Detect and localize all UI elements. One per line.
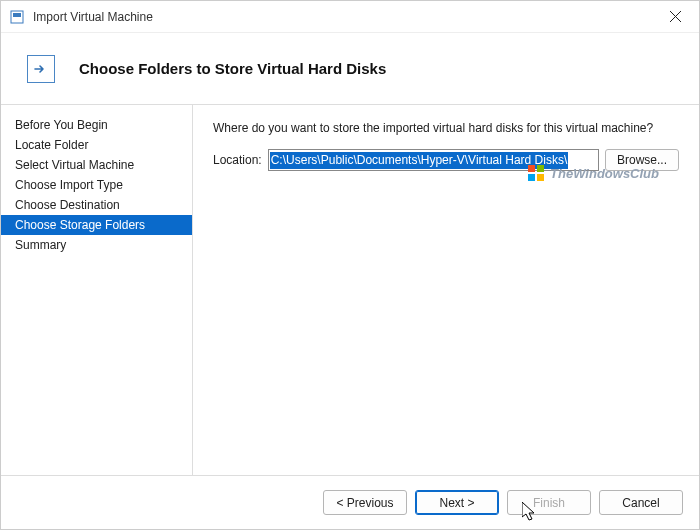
window-title: Import Virtual Machine: [33, 10, 655, 24]
location-label: Location:: [213, 153, 262, 167]
location-value: C:\Users\Public\Documents\Hyper-V\Virtua…: [270, 152, 569, 169]
import-icon: [27, 55, 55, 83]
step-choose-destination[interactable]: Choose Destination: [1, 195, 192, 215]
finish-button: Finish: [507, 490, 591, 515]
previous-button[interactable]: < Previous: [323, 490, 407, 515]
watermark: TheWindowsClub: [528, 165, 659, 181]
step-choose-storage-folders[interactable]: Choose Storage Folders: [1, 215, 192, 235]
wizard-sidebar: Before You Begin Locate Folder Select Vi…: [1, 105, 193, 475]
step-locate-folder[interactable]: Locate Folder: [1, 135, 192, 155]
wizard-main: Where do you want to store the imported …: [193, 105, 699, 475]
step-choose-import-type[interactable]: Choose Import Type: [1, 175, 192, 195]
wizard-header: Choose Folders to Store Virtual Hard Dis…: [1, 33, 699, 105]
cancel-button[interactable]: Cancel: [599, 490, 683, 515]
page-title: Choose Folders to Store Virtual Hard Dis…: [79, 60, 386, 77]
close-button[interactable]: [655, 3, 695, 31]
step-select-virtual-machine[interactable]: Select Virtual Machine: [1, 155, 192, 175]
prompt-text: Where do you want to store the imported …: [213, 121, 679, 135]
app-icon: [9, 9, 25, 25]
svg-rect-6: [528, 174, 535, 181]
wizard-footer: < Previous Next > Finish Cancel: [1, 475, 699, 529]
svg-rect-1: [13, 13, 21, 17]
watermark-text: TheWindowsClub: [550, 166, 659, 181]
step-before-you-begin[interactable]: Before You Begin: [1, 115, 192, 135]
svg-rect-5: [537, 165, 544, 172]
step-summary[interactable]: Summary: [1, 235, 192, 255]
next-button[interactable]: Next >: [415, 490, 499, 515]
watermark-icon: [528, 165, 544, 181]
titlebar: Import Virtual Machine: [1, 1, 699, 33]
wizard-body: Before You Begin Locate Folder Select Vi…: [1, 105, 699, 475]
svg-rect-7: [537, 174, 544, 181]
svg-rect-4: [528, 165, 535, 172]
